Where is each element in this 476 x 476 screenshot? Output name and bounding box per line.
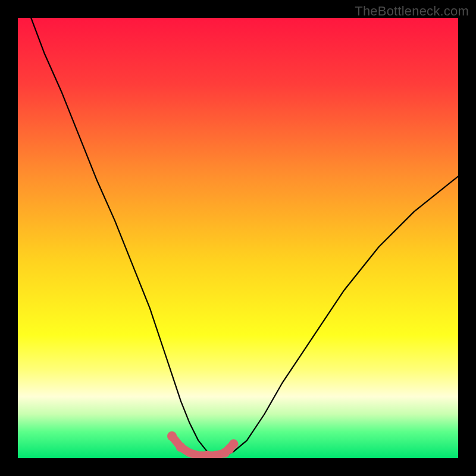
chart-svg — [18, 18, 458, 458]
gradient-background — [18, 18, 458, 458]
optimal-range-marker — [176, 443, 186, 452]
watermark-text: TheBottleneck.com — [355, 4, 469, 19]
chart-area — [18, 18, 458, 458]
outer-frame: TheBottleneck.com — [0, 0, 476, 476]
optimal-range-marker — [167, 431, 177, 441]
optimal-range-marker — [229, 439, 239, 449]
